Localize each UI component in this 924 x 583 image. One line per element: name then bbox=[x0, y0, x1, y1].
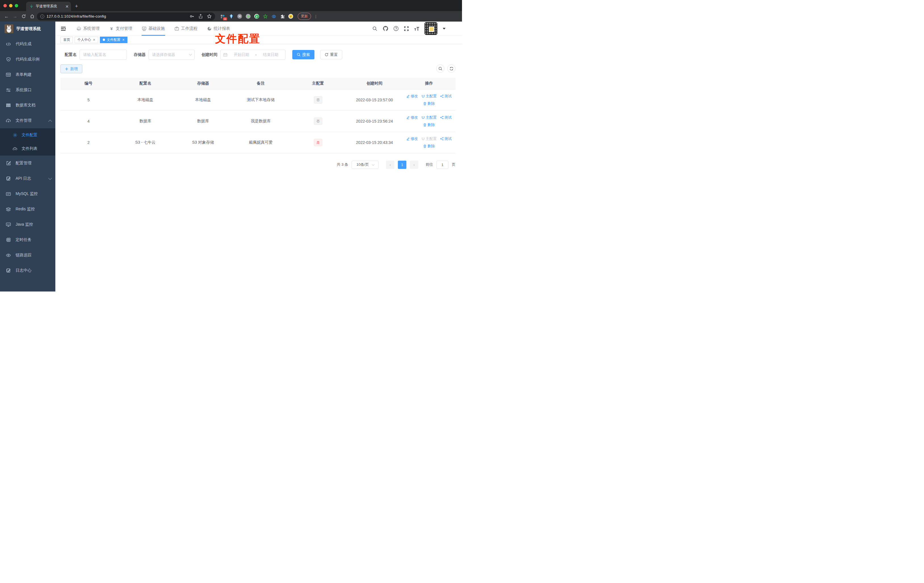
toggle-search-button[interactable] bbox=[436, 64, 444, 73]
refresh-table-button[interactable] bbox=[447, 64, 455, 73]
active-dot bbox=[103, 39, 105, 41]
search-button[interactable]: 搜索 bbox=[292, 50, 314, 59]
new-tab-button[interactable]: + bbox=[75, 3, 78, 9]
macos-traffic-lights bbox=[0, 0, 22, 11]
sidebar-item-file-config[interactable]: 文件配置 bbox=[0, 128, 55, 142]
sidebar-item-file-list[interactable]: 文件列表 bbox=[0, 142, 55, 155]
sidebar-item-java-monitor[interactable]: Java 监控 bbox=[0, 217, 55, 232]
filter-storage-label: 存储器 bbox=[134, 52, 145, 57]
add-button[interactable]: 新增 bbox=[61, 64, 82, 73]
goto-page-input[interactable] bbox=[436, 161, 449, 169]
test-link[interactable]: 测试 bbox=[440, 136, 452, 141]
close-window-button[interactable] bbox=[3, 4, 7, 7]
url-bar[interactable]: i 127.0.0.1:1024/infra/file/file-config bbox=[37, 13, 215, 20]
prev-page-button[interactable]: ‹ bbox=[386, 161, 394, 169]
tab-close-icon[interactable]: ✕ bbox=[65, 5, 69, 8]
sidebar-item-code-gen-example[interactable]: 代码生成示例 bbox=[0, 52, 55, 67]
extensions-puzzle-icon[interactable] bbox=[280, 14, 285, 19]
page-number[interactable]: 1 bbox=[398, 161, 406, 169]
browser-menu-icon[interactable]: ⋮ bbox=[314, 14, 318, 19]
bookmark-star-icon[interactable] bbox=[207, 14, 212, 19]
sidebar-item-log-center[interactable]: 日志中心 bbox=[0, 263, 55, 278]
chrome-update-button[interactable]: 更新 bbox=[298, 13, 311, 20]
monitor-icon bbox=[6, 222, 11, 227]
reload-button[interactable] bbox=[20, 13, 27, 20]
extension-emoji-icon[interactable] bbox=[288, 14, 293, 19]
forward-button[interactable]: → bbox=[12, 13, 19, 20]
master-config-link[interactable]: 主配置 bbox=[421, 94, 437, 99]
cell-storage: 数据库 bbox=[174, 111, 232, 132]
edit-link[interactable]: 修改 bbox=[406, 94, 418, 99]
master-tag: 是 bbox=[314, 139, 322, 146]
edit-icon bbox=[406, 94, 410, 98]
github-icon[interactable] bbox=[383, 26, 388, 31]
calendar-icon bbox=[223, 53, 227, 57]
sidebar-item-tracing[interactable]: 链路追踪 bbox=[0, 248, 55, 263]
app-title: 芋道管理系统 bbox=[16, 26, 41, 31]
sidebar-item-config-management[interactable]: 配置管理 bbox=[0, 155, 55, 171]
user-avatar[interactable] bbox=[424, 22, 437, 35]
sidebar-collapse-icon[interactable] bbox=[61, 26, 66, 31]
page-size-select[interactable]: 10条/页 bbox=[351, 161, 379, 169]
tag-home[interactable]: 首页 bbox=[61, 36, 73, 43]
sidebar-item-api-log[interactable]: API 日志 bbox=[0, 171, 55, 186]
extension-command-icon[interactable]: ⌘ bbox=[237, 14, 242, 19]
avatar-dropdown-caret-icon[interactable] bbox=[443, 28, 446, 30]
sidebar-item-system-api[interactable]: 系统接口 bbox=[0, 82, 55, 97]
topnav-system[interactable]: 系统管理 bbox=[72, 21, 104, 36]
extension-eye-icon[interactable] bbox=[271, 14, 276, 19]
extension-tags-icon[interactable]: 11 bbox=[220, 14, 225, 19]
extension-star-icon[interactable] bbox=[263, 14, 267, 19]
sliders-icon bbox=[6, 88, 11, 92]
edit-link[interactable]: 修改 bbox=[406, 115, 418, 120]
sidebar-item-scheduled-tasks[interactable]: 定时任务 bbox=[0, 232, 55, 248]
table-row: 4 数据库 数据库 我是数据库 否 2022-03-15 23:56:24 修改… bbox=[61, 111, 455, 132]
master-config-link: 主配置 bbox=[421, 136, 437, 141]
sidebar-item-db-doc[interactable]: 数据库文档 bbox=[0, 97, 55, 113]
tag-file-config[interactable]: 文件配置✕ bbox=[100, 36, 127, 43]
sidebar-item-code-gen[interactable]: 代码生成 bbox=[0, 36, 55, 52]
cell-id: 2 bbox=[61, 132, 117, 153]
date-range-picker[interactable]: 开始日期 - 结束日期 bbox=[220, 50, 285, 59]
home-button[interactable] bbox=[28, 13, 36, 20]
topnav-infrastructure[interactable]: 基础设施 bbox=[137, 21, 170, 36]
edit-link[interactable]: 修改 bbox=[406, 136, 418, 141]
test-link[interactable]: 测试 bbox=[440, 115, 452, 120]
cloud-download-icon bbox=[6, 118, 11, 123]
search-icon[interactable] bbox=[372, 26, 378, 31]
close-icon[interactable]: ✕ bbox=[93, 38, 95, 42]
delete-link[interactable]: 删除 bbox=[423, 122, 435, 127]
master-config-link[interactable]: 主配置 bbox=[421, 115, 437, 120]
col-master: 主配置 bbox=[289, 78, 346, 89]
share-icon[interactable] bbox=[198, 14, 203, 19]
next-page-button[interactable]: › bbox=[410, 161, 418, 169]
tag-profile[interactable]: 个人中心✕ bbox=[75, 36, 98, 43]
reset-button[interactable]: 重置 bbox=[320, 50, 342, 59]
extension-gem-icon[interactable] bbox=[229, 14, 234, 19]
sidebar-item-file-management[interactable]: 文件管理 bbox=[0, 113, 55, 128]
storage-select[interactable]: 请选择存储器 bbox=[148, 50, 195, 59]
topnav-workflow[interactable]: 工作流程 bbox=[170, 21, 202, 36]
extension-y-icon[interactable]: y bbox=[254, 14, 259, 19]
password-key-icon[interactable] bbox=[190, 14, 195, 19]
font-size-icon[interactable] bbox=[414, 26, 420, 31]
sidebar-item-form-builder[interactable]: 表单构建 bbox=[0, 67, 55, 82]
test-link[interactable]: 测试 bbox=[440, 94, 452, 99]
delete-link[interactable]: 删除 bbox=[423, 144, 435, 149]
app-logo[interactable]: 芋道管理系统 bbox=[0, 21, 55, 36]
site-info-icon[interactable]: i bbox=[40, 15, 44, 18]
fullscreen-icon[interactable] bbox=[404, 26, 409, 31]
close-icon[interactable]: ✕ bbox=[122, 38, 125, 42]
help-icon[interactable] bbox=[393, 26, 399, 31]
extension-recorder-icon[interactable] bbox=[246, 14, 251, 19]
config-name-input[interactable] bbox=[79, 50, 127, 59]
back-button[interactable]: ← bbox=[3, 13, 10, 20]
zoom-window-button[interactable] bbox=[15, 4, 18, 7]
delete-link[interactable]: 删除 bbox=[423, 101, 435, 106]
sidebar-item-redis-monitor[interactable]: Redis 监控 bbox=[0, 201, 55, 217]
table-row: 2 S3 - 七牛云 S3 对象存储 戴佩妮真可爱 是 2022-03-15 2… bbox=[61, 132, 455, 153]
browser-tab[interactable]: 芋道管理系统 ✕ bbox=[26, 2, 71, 11]
topnav-payment[interactable]: ¥ 支付管理 bbox=[104, 21, 137, 36]
minimize-window-button[interactable] bbox=[9, 4, 13, 7]
sidebar-item-mysql-monitor[interactable]: MySQL 监控 bbox=[0, 186, 55, 201]
